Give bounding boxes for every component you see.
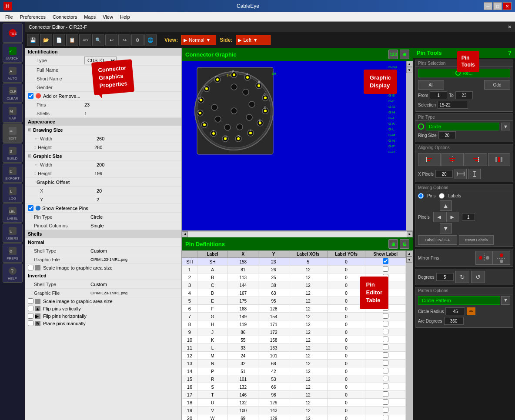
pin-lyofs[interactable] <box>327 266 365 273</box>
toolbar-globe[interactable]: 🌐 <box>144 34 157 46</box>
pin-lxofs[interactable] <box>289 399 327 407</box>
pin-lxofs[interactable] <box>289 281 327 289</box>
pin-label[interactable] <box>197 414 227 420</box>
pin-lxofs[interactable] <box>289 383 327 391</box>
menu-file[interactable]: File <box>2 13 17 20</box>
pin-scroll-down[interactable]: ▼ <box>406 257 412 263</box>
pin-show[interactable] <box>365 375 406 383</box>
scale-image-i-checkbox[interactable] <box>28 298 33 304</box>
pin-y[interactable] <box>258 391 289 399</box>
scroll-down-btn[interactable]: ▼ <box>406 67 412 73</box>
pin-lxofs[interactable] <box>289 313 327 320</box>
pin-label[interactable] <box>197 360 227 367</box>
pin-label[interactable] <box>197 289 227 297</box>
toolbar-settings[interactable]: ⚙ <box>131 34 144 46</box>
pixels-input[interactable]: 1 <box>462 213 475 221</box>
pin-show[interactable] <box>365 352 406 360</box>
pin-show[interactable] <box>365 360 406 367</box>
pin-label[interactable] <box>197 266 227 273</box>
pin-x[interactable] <box>228 273 258 281</box>
pin-y[interactable] <box>258 328 289 336</box>
build-button[interactable]: B BUILD <box>3 143 23 163</box>
pin-lyofs[interactable] <box>327 344 365 352</box>
move-down-btn[interactable]: ▼ <box>440 223 452 233</box>
pin-label[interactable] <box>197 258 227 266</box>
menu-view[interactable]: View <box>99 13 117 20</box>
align-right-btn[interactable] <box>465 153 487 166</box>
test-button[interactable]: TEST <box>3 23 23 43</box>
clear-button[interactable]: CLR CLEAR <box>3 83 23 103</box>
pin-lxofs[interactable] <box>289 320 327 328</box>
pin-x[interactable] <box>228 375 258 383</box>
menu-connectors[interactable]: Connectors <box>49 13 80 20</box>
pin-show[interactable] <box>365 266 406 273</box>
pin-show[interactable] <box>365 328 406 336</box>
pin-y[interactable] <box>258 273 289 281</box>
pin-label[interactable] <box>197 352 227 360</box>
pin-y[interactable] <box>258 336 289 344</box>
pin-lxofs[interactable] <box>289 266 327 273</box>
pin-x[interactable] <box>228 320 258 328</box>
scroll-left-btn[interactable]: ◄ <box>182 231 188 237</box>
align-left-btn[interactable] <box>418 153 441 166</box>
pin-show[interactable] <box>365 399 406 407</box>
pin-lxofs[interactable] <box>289 367 327 375</box>
to-input[interactable]: 23 <box>455 91 473 99</box>
move-left-btn[interactable]: ◄ <box>433 212 445 222</box>
pin-y[interactable] <box>258 281 289 289</box>
pin-x[interactable] <box>228 305 258 313</box>
numbering-icon[interactable]: 123 <box>388 50 398 59</box>
pin-lyofs[interactable] <box>327 336 365 344</box>
graphic-scroll-v[interactable]: ▲ ▼ <box>406 61 413 230</box>
mirror-v-btn[interactable] <box>493 251 510 265</box>
pin-y[interactable] <box>258 313 289 320</box>
pin-label[interactable] <box>197 320 227 328</box>
pin-y[interactable] <box>258 375 289 383</box>
align-center-h-btn[interactable] <box>441 153 464 166</box>
circle-radius-input[interactable]: 45 <box>445 307 465 315</box>
pin-show[interactable] <box>365 313 406 320</box>
toolbar-new[interactable]: 📄 <box>53 34 65 46</box>
graphic-scrollbar-h[interactable]: ◄ ► <box>182 230 413 237</box>
x-pixels-input[interactable]: 20 <box>435 170 453 178</box>
pin-lyofs[interactable] <box>327 391 365 399</box>
circle-dropdown-btn[interactable]: ▼ <box>501 123 510 130</box>
pin-lxofs[interactable] <box>289 375 327 383</box>
pin-x[interactable] <box>228 414 258 420</box>
pin-label[interactable] <box>197 313 227 320</box>
pin-show[interactable] <box>365 258 406 266</box>
pin-lxofs[interactable] <box>289 297 327 305</box>
pin-y[interactable] <box>258 344 289 352</box>
pin-label[interactable] <box>197 297 227 305</box>
degrees-input[interactable]: 5 <box>436 273 454 281</box>
y-space-btn[interactable] <box>468 169 481 179</box>
pin-lyofs[interactable] <box>327 367 365 375</box>
pin-lxofs[interactable] <box>289 344 327 352</box>
pin-scroll-up[interactable]: ▲ <box>406 250 412 257</box>
pin-x[interactable] <box>228 281 258 289</box>
circle-pattern-button[interactable]: Circle Pattern <box>418 296 500 305</box>
pin-x[interactable] <box>228 328 258 336</box>
pin-label[interactable] <box>197 383 227 391</box>
odd-button[interactable]: Odd <box>484 80 510 90</box>
scroll-right-btn[interactable]: ► <box>407 231 413 237</box>
move-up-btn[interactable]: ▲ <box>440 200 452 211</box>
menu-help[interactable]: Help <box>117 13 134 20</box>
connector-graphic-canvas[interactable]: GraphicDisplay <box>182 61 406 230</box>
pin-label[interactable] <box>197 407 227 414</box>
pin-x[interactable] <box>228 383 258 391</box>
pin-lyofs[interactable] <box>327 320 365 328</box>
pin-label[interactable] <box>197 391 227 399</box>
pin-y[interactable] <box>258 289 289 297</box>
pin-x[interactable] <box>228 399 258 407</box>
pin-lxofs[interactable] <box>289 391 327 399</box>
pin-show[interactable] <box>365 391 406 399</box>
menu-preferences[interactable]: Preferences <box>17 13 49 20</box>
pin-label[interactable] <box>197 367 227 375</box>
pin-lxofs[interactable] <box>289 360 327 367</box>
pin-label[interactable] <box>197 328 227 336</box>
pin-x[interactable] <box>228 360 258 367</box>
pin-x[interactable] <box>228 258 258 266</box>
edit-button[interactable]: ✏ EDIT <box>3 123 23 143</box>
pin-x[interactable] <box>228 297 258 305</box>
